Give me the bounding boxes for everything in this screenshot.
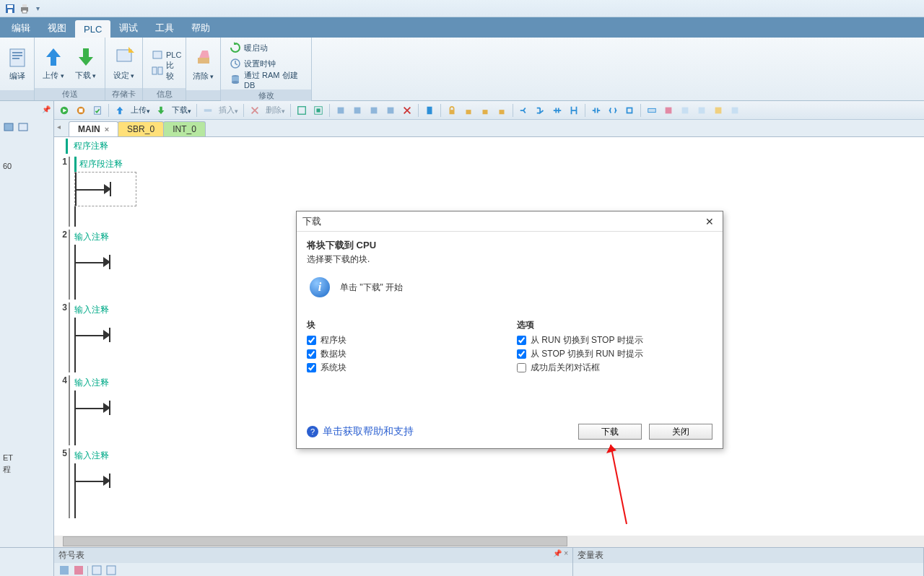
tool-icon-3[interactable]: [334, 103, 348, 118]
dialog-close-button[interactable]: 关闭: [649, 424, 712, 440]
delete-text-button[interactable]: 删除: [264, 105, 287, 115]
option-checkbox-1[interactable]: 从 STOP 切换到 RUN 时提示: [517, 348, 712, 360]
block-checkbox-2[interactable]: 系统块: [307, 362, 502, 374]
tab-int[interactable]: INT_0: [163, 121, 206, 136]
set-clock-button[interactable]: 设置时钟: [228, 56, 304, 71]
clear-button[interactable]: 清除: [191, 40, 216, 88]
insert-icon[interactable]: [201, 103, 215, 118]
compare-button[interactable]: 比较: [150, 64, 183, 78]
lock-icon-3[interactable]: [478, 103, 492, 118]
network-row[interactable]: 5输入注释: [54, 448, 924, 518]
svg-rect-9: [12, 58, 19, 59]
panel-close-icon[interactable]: ×: [564, 549, 568, 557]
svg-rect-5: [22, 10, 27, 13]
tool-icon-2[interactable]: [311, 103, 326, 118]
download-small-icon[interactable]: [154, 103, 168, 118]
branch-icon-2[interactable]: [533, 103, 548, 118]
block-checkbox-input-1[interactable]: [307, 349, 316, 359]
st-icon-4[interactable]: [105, 564, 117, 576]
tool-icon-1[interactable]: [295, 103, 309, 118]
ladder-rung[interactable]: [74, 318, 136, 352]
run-icon[interactable]: [57, 103, 71, 118]
menu-view[interactable]: 视图: [39, 18, 75, 38]
bookmark-icon[interactable]: [422, 103, 437, 118]
program-comment[interactable]: 程序注释: [66, 139, 924, 154]
misc-icon-4[interactable]: [694, 103, 709, 118]
print-icon[interactable]: [19, 3, 30, 14]
delete-icon[interactable]: [248, 103, 262, 118]
ladder-rung[interactable]: [74, 172, 136, 206]
sidebar-icon-2[interactable]: [17, 121, 29, 135]
option-checkbox-0[interactable]: 从 RUN 切换到 STOP 时提示: [517, 334, 712, 346]
lock-icon-4[interactable]: [494, 103, 509, 118]
horizontal-scrollbar[interactable]: [54, 536, 924, 547]
network-comment[interactable]: 输入注释: [74, 448, 920, 463]
svg-rect-56: [107, 566, 116, 575]
lock-icon-2[interactable]: [461, 103, 476, 118]
misc-icon-2[interactable]: [661, 103, 676, 118]
ladder-rung[interactable]: [74, 245, 136, 279]
menu-help[interactable]: 帮助: [183, 18, 219, 38]
close-icon[interactable]: ×: [105, 125, 109, 134]
panel-pin-icon[interactable]: 📌: [553, 549, 562, 557]
download-text-button[interactable]: 下载: [170, 105, 193, 115]
tool-icon-4[interactable]: [350, 103, 365, 118]
save-icon[interactable]: [4, 3, 16, 14]
ladder-rung[interactable]: [74, 390, 136, 425]
block-checkbox-0[interactable]: 程序块: [307, 334, 502, 346]
dialog-close-icon[interactable]: ✕: [702, 214, 717, 229]
misc-icon-5[interactable]: [711, 103, 725, 118]
dialog-download-button[interactable]: 下载: [578, 424, 642, 440]
option-checkbox-input-1[interactable]: [517, 349, 526, 359]
tab-main[interactable]: MAIN×: [69, 121, 118, 136]
insert-text-button[interactable]: 插入: [217, 105, 240, 115]
menu-debug[interactable]: 调试: [110, 18, 147, 38]
svg-rect-40: [450, 110, 455, 114]
option-checkbox-input-0[interactable]: [517, 336, 526, 345]
sidebar-icon-1[interactable]: [3, 121, 14, 135]
menu-tools[interactable]: 工具: [147, 18, 183, 38]
upload-label: 上传: [43, 70, 64, 81]
network-comment[interactable]: 程序段注释: [74, 157, 920, 172]
box-icon[interactable]: [622, 103, 637, 118]
option-checkbox-2[interactable]: 成功后关闭对话框: [517, 362, 712, 374]
branch-icon-3[interactable]: [550, 103, 565, 118]
menu-plc[interactable]: PLC: [75, 20, 110, 38]
upload-text-button[interactable]: 上传: [129, 105, 152, 115]
compile-button[interactable]: 编译: [4, 40, 30, 88]
qat-overflow-icon[interactable]: ▾: [36, 4, 40, 12]
stop-icon[interactable]: [74, 103, 88, 118]
download-button[interactable]: 下载: [71, 39, 101, 87]
misc-icon-3[interactable]: [678, 103, 692, 118]
lock-icon-1[interactable]: [445, 103, 459, 118]
create-db-button[interactable]: 通过 RAM 创建 DB: [228, 72, 304, 87]
block-checkbox-input-2[interactable]: [307, 363, 316, 372]
branch-icon-4[interactable]: [567, 103, 581, 118]
compile-icon[interactable]: [90, 103, 105, 118]
st-icon-3[interactable]: [91, 564, 103, 576]
coil-icon[interactable]: [606, 103, 620, 118]
menu-edit[interactable]: 编辑: [3, 18, 39, 38]
tool-icon-6[interactable]: [383, 103, 398, 118]
settings-button[interactable]: 设定: [110, 39, 138, 87]
st-icon-2[interactable]: [73, 564, 84, 576]
pin-icon[interactable]: 📌: [42, 105, 51, 113]
tool-icon-5[interactable]: [367, 103, 381, 118]
st-icon-1[interactable]: [58, 564, 70, 576]
misc-icon-1[interactable]: [645, 103, 659, 118]
tool-icon-7[interactable]: [400, 103, 414, 118]
tab-nav-left-icon[interactable]: ◂: [57, 123, 61, 131]
info-icon: i: [310, 277, 330, 297]
contact-icon[interactable]: [589, 103, 603, 118]
block-checkbox-1[interactable]: 数据块: [307, 348, 502, 360]
warm-start-button[interactable]: 暖启动: [228, 40, 304, 55]
upload-button[interactable]: 上传: [39, 39, 69, 87]
block-checkbox-input-0[interactable]: [307, 336, 316, 345]
option-checkbox-input-2[interactable]: [517, 363, 526, 372]
help-link[interactable]: ? 单击获取帮助和支持: [307, 425, 414, 438]
ladder-rung[interactable]: [74, 463, 136, 498]
misc-icon-6[interactable]: [728, 103, 742, 118]
branch-icon-1[interactable]: [517, 103, 531, 118]
tab-sbr[interactable]: SBR_0: [118, 121, 164, 136]
upload-small-icon[interactable]: [113, 103, 127, 118]
